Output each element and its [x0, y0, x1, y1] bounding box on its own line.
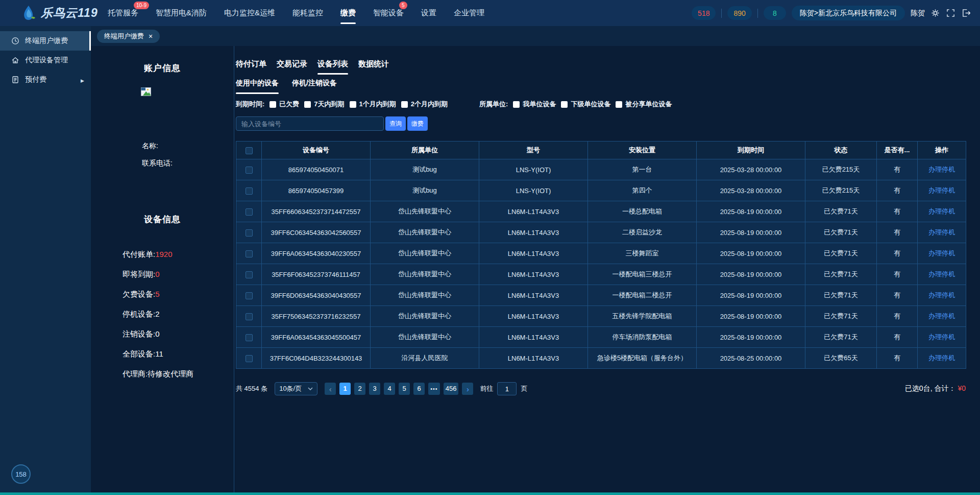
row-checkbox[interactable]	[246, 167, 253, 174]
fullscreen-icon[interactable]	[946, 8, 955, 18]
location-cell: 第四个	[588, 180, 697, 201]
select-all-checkbox[interactable]	[246, 147, 253, 154]
next-page-button[interactable]	[462, 383, 473, 395]
subtab-item[interactable]: 使用中的设备	[236, 79, 279, 94]
action-cell: 办理停机	[918, 201, 966, 222]
checkbox-icon[interactable]	[350, 101, 356, 108]
float-count-badge[interactable]: 158	[11, 464, 31, 484]
page-button[interactable]: 5	[399, 383, 410, 395]
model-cell: LN6M-L1T4A3V3	[479, 243, 588, 264]
sidebar-item[interactable]: 终端用户缴费	[0, 31, 91, 51]
sidebar-item[interactable]: 代理设备管理	[0, 51, 91, 70]
main-region: 账户信息 名称: 联系电话: 设备信息 代付账单:1920即将到期:0欠费设备:…	[91, 46, 980, 495]
filter-option[interactable]: 我单位设备	[513, 100, 556, 109]
suspend-action-link[interactable]: 办理停机	[928, 354, 955, 362]
filter-option[interactable]: 2个月内到期	[401, 100, 448, 109]
table-row: 35FF6F063452373746111457岱山先锋联盟中心LN6M-L1T…	[236, 264, 966, 285]
settings-gear-icon[interactable]	[930, 8, 940, 18]
row-checkbox[interactable]	[246, 187, 253, 195]
table-row: 37FF6C064D4B323244300143沿河县人民医院LN6M-L1T4…	[236, 348, 966, 369]
suspend-action-link[interactable]: 办理停机	[928, 166, 955, 173]
row-checkbox[interactable]	[246, 313, 253, 320]
nav-right: 5188908 陈贺>新北京乐鸟科技有限公司 陈贺	[692, 6, 980, 20]
pay-button[interactable]: 缴费	[407, 116, 428, 131]
suspend-action-link[interactable]: 办理停机	[928, 207, 955, 215]
row-checkbox[interactable]	[246, 229, 253, 237]
more-pages-button[interactable]: •••	[428, 383, 440, 395]
page-button[interactable]: 3	[369, 383, 380, 395]
suspend-action-link[interactable]: 办理停机	[928, 249, 955, 257]
checkbox-label: 1个月内到期	[359, 100, 396, 109]
tab-item[interactable]: 待付订单	[236, 59, 266, 75]
row-checkbox[interactable]	[246, 271, 253, 278]
has-cell: 有	[877, 285, 918, 306]
filter-option[interactable]: 7天内到期	[304, 100, 344, 109]
brand[interactable]: 乐鸟云119	[0, 5, 108, 21]
filter-option[interactable]: 被分享单位设备	[616, 100, 672, 109]
device-table: 设备编号所属单位型号安装位置到期时间状态是否有...操作 86597405045…	[236, 141, 966, 369]
row-checkbox[interactable]	[246, 250, 253, 257]
checkbox-icon[interactable]	[304, 101, 311, 108]
suspend-action-link[interactable]: 办理停机	[928, 228, 955, 236]
suspend-action-link[interactable]: 办理停机	[928, 312, 955, 320]
prev-page-button[interactable]	[325, 383, 336, 395]
tab-item[interactable]: 设备列表	[317, 59, 348, 75]
model-cell: LNS-Y(IOT)	[479, 159, 588, 180]
logout-icon[interactable]	[961, 8, 971, 18]
nav-menu-item[interactable]: 智能设备5	[373, 0, 404, 26]
device-id-cell: 35FF66063452373714472557	[262, 201, 371, 222]
suspend-action-link[interactable]: 办理停机	[928, 270, 955, 278]
suspend-action-link[interactable]: 办理停机	[928, 186, 955, 194]
filter-option[interactable]: 1个月内到期	[350, 100, 396, 109]
row-checkbox[interactable]	[246, 355, 253, 362]
counter-badge[interactable]: 890	[727, 6, 751, 20]
stat-label: 代付账单:	[122, 250, 155, 258]
subtab-item[interactable]: 停机/注销设备	[292, 79, 337, 94]
open-tab-terminal-payment[interactable]: 终端用户缴费 ×	[97, 30, 160, 43]
device-id-cell: 35FF75063452373716232557	[262, 306, 371, 327]
page-button[interactable]: 456	[444, 383, 459, 395]
close-icon[interactable]: ×	[149, 33, 153, 40]
row-checkbox[interactable]	[246, 334, 253, 341]
checkbox-icon[interactable]	[270, 101, 276, 108]
company-selector[interactable]: 陈贺>新北京乐鸟科技有限公司	[792, 6, 905, 20]
checkbox-icon[interactable]	[513, 101, 520, 108]
nav-menu-item[interactable]: 托管服务10-9	[108, 0, 138, 26]
row-checkbox[interactable]	[246, 292, 253, 299]
query-button[interactable]: 查询	[385, 116, 406, 131]
counter-badge[interactable]: 8	[764, 6, 786, 20]
page-button[interactable]: 1	[339, 383, 351, 395]
nav-menu-item[interactable]: 缴费	[340, 0, 356, 26]
page-button[interactable]: 4	[384, 383, 395, 395]
suspend-action-link[interactable]: 办理停机	[928, 333, 955, 341]
row-checkbox[interactable]	[246, 208, 253, 216]
checkbox-icon[interactable]	[616, 101, 622, 108]
tab-item[interactable]: 数据统计	[358, 59, 389, 75]
tab-item[interactable]: 交易记录	[277, 59, 307, 75]
checkbox-icon[interactable]	[401, 101, 408, 108]
action-cell: 办理停机	[918, 243, 966, 264]
page-button[interactable]: 6	[413, 383, 425, 395]
device-panel: 待付订单交易记录设备列表数据统计 使用中的设备停机/注销设备 到期时间:已欠费7…	[234, 46, 980, 495]
device-info-title: 设备信息	[91, 214, 234, 225]
nav-menu-item[interactable]: 能耗监控	[292, 0, 323, 26]
nav-menu-item[interactable]: 设置	[421, 0, 436, 26]
page-size-select[interactable]: 10条/页	[275, 382, 317, 395]
sidebar-item[interactable]: 预付费	[0, 70, 91, 89]
nav-menu-item[interactable]: 企业管理	[454, 0, 484, 26]
row-checkbox-cell	[236, 243, 262, 264]
model-cell: LN6M-L1T4A3V3	[479, 348, 588, 369]
filter-option[interactable]: 已欠费	[270, 100, 299, 109]
nav-menu-item[interactable]: 电力监控&运维	[224, 0, 275, 26]
checkbox-label: 7天内到期	[314, 100, 344, 109]
suspend-action-link[interactable]: 办理停机	[928, 291, 955, 299]
nav-menu-item[interactable]: 智慧用电&消防	[156, 0, 207, 26]
counter-badge[interactable]: 518	[692, 6, 716, 20]
checkbox-icon[interactable]	[561, 101, 568, 108]
page-button[interactable]: 2	[354, 383, 365, 395]
device-id-cell: 39FF6A063454363045500457	[262, 327, 371, 348]
filter-option[interactable]: 下级单位设备	[561, 100, 610, 109]
goto-page-input[interactable]	[497, 382, 517, 395]
location-cell: 急诊楼5楼配电箱（服务台外）	[588, 348, 697, 369]
search-input[interactable]	[236, 116, 384, 131]
